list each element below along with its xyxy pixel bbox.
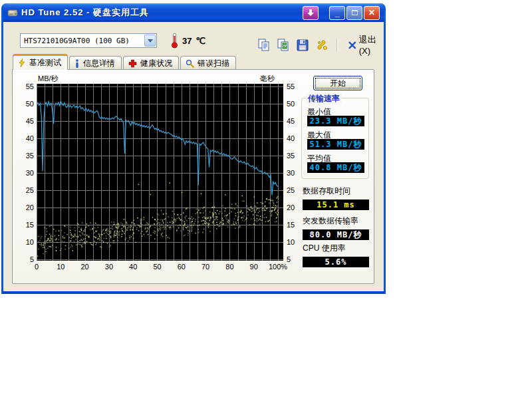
access-time-block: 数据存取时间 15.1 ms (303, 184, 369, 210)
x-tick-label: 70 (201, 263, 209, 271)
y-tick-label: 25 (287, 186, 304, 194)
copy-button[interactable] (257, 37, 271, 53)
y-tick-label: 35 (17, 152, 34, 160)
title-bar[interactable]: HD Tune 2.52 - 硬盘实用工具 _ ✕ (3, 3, 384, 22)
window-title: HD Tune 2.52 - 硬盘实用工具 (21, 7, 301, 19)
benchmark-icon (18, 59, 26, 67)
transfer-rate-group-title: 传输速率 (306, 93, 342, 104)
x-tick-label: 90 (250, 263, 258, 271)
down-arrow-icon (307, 9, 315, 17)
y-tick-label: 55 (287, 82, 304, 90)
y-tick-label: 5 (287, 255, 304, 263)
health-cross-icon (128, 59, 137, 68)
burst-rate-label: 突发数据传输率 (303, 216, 358, 225)
exit-button[interactable]: 退出(X) (346, 33, 385, 57)
client-area: HTS721010G9AT00 (100 GB) 37 ℃ (3, 22, 384, 291)
tools-icon (315, 39, 329, 52)
min-value-display: 23.3 MB/秒 (307, 116, 364, 126)
y-tick-label: 5 (17, 255, 34, 263)
exit-label: 退出(X) (359, 34, 383, 56)
x-tick-label: 10 (57, 263, 65, 271)
drive-select-value: HTS721010G9AT00 (100 GB) (21, 37, 144, 45)
save-button[interactable] (296, 37, 309, 53)
tab-info[interactable]: 信息详情 (69, 56, 122, 70)
info-icon (74, 59, 80, 68)
max-value-display: 51.3 MB/秒 (307, 139, 364, 150)
tab-error-scan[interactable]: 错误扫描 (180, 56, 236, 70)
options-button[interactable] (315, 37, 329, 53)
y-tick-label: 20 (17, 203, 34, 211)
burst-rate-display: 80.0 MB/秒 (303, 229, 369, 240)
y-tick-label: 15 (17, 221, 34, 229)
avg-value-display: 40.8 MB/秒 (307, 162, 364, 173)
y-tick-label: 55 (17, 82, 34, 90)
magnifier-icon (186, 59, 194, 68)
copy-icon (257, 39, 271, 52)
benchmark-panel: MB/秒 毫秒 555045403530252015105 5550454035… (12, 69, 374, 284)
cpu-usage-label: CPU 使用率 (303, 243, 346, 253)
temperature-value: 37 (182, 36, 192, 46)
drive-select[interactable]: HTS721010G9AT00 (100 GB) (20, 33, 157, 48)
download-button[interactable] (303, 6, 319, 20)
x-tick-label: 80 (225, 263, 233, 271)
x-tick-label: 100% (269, 263, 287, 271)
x-tick-label: 40 (129, 263, 137, 271)
access-time-label: 数据存取时间 (303, 186, 350, 196)
x-tick-label: 50 (153, 263, 161, 271)
save-icon (296, 39, 309, 52)
burst-rate-block: 突发数据传输率 80.0 MB/秒 (303, 214, 369, 240)
chevron-down-icon[interactable] (144, 35, 156, 47)
y-tick-label: 15 (287, 221, 304, 229)
desktop: HD Tune 2.52 - 硬盘实用工具 _ ✕ HTS721010G9AT0… (0, 0, 532, 399)
copy-image-icon (277, 39, 290, 52)
toolbar-separator (336, 38, 338, 53)
x-tick-label: 0 (35, 263, 39, 271)
tab-health[interactable]: 健康状况 (123, 56, 179, 70)
tab-benchmark-label: 基准测试 (29, 57, 61, 68)
benchmark-chart (37, 84, 283, 261)
y-tick-label: 10 (287, 238, 304, 246)
temperature-indicator: 37 ℃ (171, 33, 205, 49)
tab-strip: 基准测试 信息详情 健康状况 (13, 54, 237, 70)
x-tick-label: 30 (105, 263, 113, 271)
copy-image-button[interactable] (277, 37, 290, 53)
access-time-display: 15.1 ms (303, 200, 369, 210)
exit-x-icon (348, 41, 356, 50)
thermometer-icon (171, 33, 178, 49)
tab-error-scan-label: 错误扫描 (198, 58, 229, 69)
left-axis-title: MB/秒 (38, 74, 59, 84)
cpu-usage-block: CPU 使用率 5.6% (303, 241, 369, 267)
app-icon (7, 7, 18, 18)
hdtune-window: HD Tune 2.52 - 硬盘实用工具 _ ✕ HTS721010G9AT0… (1, 3, 386, 294)
start-button-label: 开始 (330, 78, 346, 89)
x-tick-label: 60 (178, 263, 186, 271)
tab-benchmark[interactable]: 基准测试 (13, 54, 68, 70)
x-tick-label: 20 (80, 263, 88, 271)
y-tick-label: 10 (17, 238, 34, 246)
benchmark-chart-area: MB/秒 毫秒 555045403530252015105 5550454035… (13, 70, 305, 285)
y-tick-label: 20 (287, 203, 304, 211)
tab-info-label: 信息详情 (83, 58, 115, 69)
tab-health-label: 健康状况 (140, 58, 172, 69)
transfer-rate-group: 传输速率 最小值 23.3 MB/秒 最大值 51.3 MB/秒 平均值 40.… (301, 98, 369, 179)
minimize-glyph: _ (335, 9, 340, 17)
close-glyph: ✕ (368, 9, 375, 17)
close-button[interactable]: ✕ (364, 6, 380, 20)
minimize-button[interactable]: _ (329, 6, 345, 20)
temperature-unit: ℃ (196, 36, 205, 46)
y-tick-label: 50 (17, 100, 34, 108)
y-tick-label: 40 (17, 134, 34, 142)
maximize-button[interactable] (346, 6, 362, 20)
y-tick-label: 25 (17, 186, 34, 194)
maximize-glyph (352, 10, 358, 15)
y-tick-label: 30 (17, 169, 34, 177)
toolbar: 退出(X) (257, 33, 385, 57)
y-tick-label: 45 (17, 117, 34, 125)
start-button[interactable]: 开始 (313, 76, 362, 90)
right-axis-title: 毫秒 (260, 74, 275, 84)
cpu-usage-display: 5.6% (303, 257, 369, 267)
